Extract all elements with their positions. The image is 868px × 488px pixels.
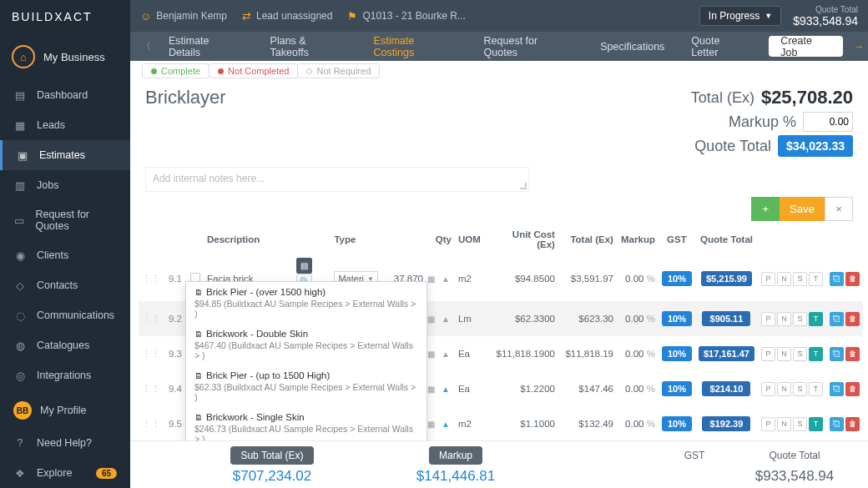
sidebar-item-estimates[interactable]: ▣Estimates (0, 140, 130, 170)
takeoff-icon[interactable]: ▲ (440, 273, 452, 284)
uom-value[interactable]: m2 (455, 256, 492, 301)
autocomplete-option[interactable]: 🗎Brick Pier - (over 1500 high)$94.85 (Bu… (186, 282, 426, 324)
sidebar-item-help[interactable]: ? Need Help? (0, 428, 130, 458)
flag-t[interactable]: T (809, 272, 823, 286)
gst-pill[interactable]: 10% (662, 311, 692, 326)
chip-complete[interactable]: Complete (142, 63, 209, 78)
tab-create-job[interactable]: Create Job (769, 36, 843, 57)
topbar-lead[interactable]: ⇄Lead unassigned (242, 10, 332, 23)
flag-s[interactable]: S (793, 382, 807, 396)
copy-icon[interactable]: ⿻ (830, 347, 844, 361)
gst-pill[interactable]: 10% (662, 271, 692, 286)
takeoff-icon[interactable]: ▲ (440, 418, 452, 430)
sidebar-item-catalogues[interactable]: ◍Catalogues (0, 330, 130, 360)
flag-n[interactable]: N (777, 417, 791, 431)
unit-cost-value[interactable]: $1.2200 (492, 371, 558, 406)
sidebar-item-leads[interactable]: ▦Leads (0, 110, 130, 140)
sidebar-item-integrations[interactable]: ◎Integrations (0, 360, 130, 390)
markup-value[interactable]: 0.00 (625, 314, 643, 324)
internal-notes[interactable]: Add internal notes here... (145, 167, 529, 192)
drag-handle[interactable]: ⋮⋮ (139, 301, 164, 336)
flag-p[interactable]: P (761, 312, 775, 326)
gst-pill[interactable]: 10% (662, 346, 692, 361)
flag-p[interactable]: P (761, 382, 775, 396)
chip-not-completed[interactable]: Not Completed (209, 63, 298, 78)
autocomplete-option[interactable]: 🗎Brick Pier - (up to 1500 High)$62.33 (B… (186, 365, 426, 407)
copy-icon[interactable]: ⿻ (830, 382, 844, 396)
flag-n[interactable]: N (777, 347, 791, 361)
drag-handle[interactable]: ⋮⋮ (139, 371, 164, 406)
takeoff-icon[interactable]: ▲ (440, 383, 452, 395)
calc-icon[interactable]: ▦ (426, 383, 437, 395)
gst-pill[interactable]: 10% (662, 381, 692, 396)
flag-p[interactable]: P (761, 347, 775, 361)
calc-icon[interactable]: ▦ (426, 273, 437, 284)
sidebar-item-contacts[interactable]: ◇Contacts (0, 270, 130, 300)
sidebar-item-dashboard[interactable]: ▤Dashboard (0, 80, 130, 110)
flag-p[interactable]: P (761, 272, 775, 286)
takeoff-icon[interactable]: ▲ (440, 313, 452, 324)
flag-t[interactable]: T (809, 312, 823, 326)
copy-icon[interactable]: ⿻ (830, 272, 844, 286)
flag-s[interactable]: S (793, 417, 807, 431)
tab-specifications[interactable]: Specifications (587, 32, 678, 61)
calc-icon[interactable]: ▦ (426, 348, 437, 360)
flag-s[interactable]: S (793, 347, 807, 361)
sidebar-item-jobs[interactable]: ▥Jobs (0, 170, 130, 200)
my-business[interactable]: ⌂ My Business (0, 33, 130, 80)
markup-value[interactable]: 0.00 (625, 274, 643, 284)
flag-t[interactable]: T (809, 417, 823, 431)
copy-icon[interactable]: ⿻ (830, 312, 844, 326)
save-button[interactable]: Save (780, 197, 825, 221)
calc-icon[interactable]: ▦ (426, 313, 437, 324)
flag-s[interactable]: S (793, 312, 807, 326)
tab-scroll-left[interactable]: 〈 (137, 32, 155, 61)
sidebar-item-profile[interactable]: BB My Profile (0, 393, 130, 428)
flag-n[interactable]: N (777, 382, 791, 396)
flag-s[interactable]: S (793, 272, 807, 286)
tab-plans-takeoffs[interactable]: Plans & Takeoffs (257, 32, 361, 61)
flag-p[interactable]: P (761, 417, 775, 431)
sidebar-item-request-for-quotes[interactable]: ▭Request for Quotes (0, 200, 130, 240)
gst-pill[interactable]: 10% (662, 416, 692, 431)
topbar-user[interactable]: ☺Benjamin Kemp (140, 10, 227, 23)
tab-quote-letter[interactable]: Quote Letter (678, 32, 762, 61)
recipe-icon[interactable]: ▤ (296, 258, 312, 274)
markup-value[interactable]: 0.00 (625, 384, 643, 394)
unit-cost-value[interactable]: $62.3300 (492, 301, 558, 336)
markup-value[interactable]: 0.00 (625, 419, 643, 429)
status-dropdown[interactable]: In Progress▼ (699, 6, 781, 26)
uom-value[interactable]: m2 (455, 406, 492, 440)
drag-handle[interactable]: ⋮⋮ (139, 406, 164, 440)
copy-icon[interactable]: ⿻ (830, 417, 844, 431)
delete-icon[interactable]: 🗑 (845, 272, 860, 286)
drag-handle[interactable]: ⋮⋮ (139, 336, 164, 371)
close-button[interactable]: × (825, 197, 853, 221)
flag-n[interactable]: N (777, 312, 791, 326)
tab-scroll-right[interactable]: → (850, 32, 868, 61)
delete-icon[interactable]: 🗑 (845, 347, 860, 361)
tab-request-for-quotes[interactable]: Request for Quotes (471, 32, 588, 61)
sidebar-item-clients[interactable]: ◉Clients (0, 240, 130, 270)
tab-estimate-costings[interactable]: Estimate Costings (361, 32, 471, 61)
markup-value[interactable]: 0.00 (625, 349, 643, 359)
flag-t[interactable]: T (809, 382, 823, 396)
uom-value[interactable]: Lm (455, 301, 492, 336)
flag-t[interactable]: T (809, 347, 823, 361)
drag-handle[interactable]: ⋮⋮ (139, 256, 164, 301)
calc-icon[interactable]: ▦ (426, 418, 437, 430)
delete-icon[interactable]: 🗑 (845, 382, 860, 396)
uom-value[interactable]: Ea (455, 336, 492, 371)
chip-not-required[interactable]: Not Required (297, 63, 380, 78)
unit-cost-value[interactable]: $94.8500 (492, 256, 558, 301)
delete-icon[interactable]: 🗑 (845, 312, 860, 326)
tab-estimate-details[interactable]: Estimate Details (155, 32, 257, 61)
delete-icon[interactable]: 🗑 (845, 417, 860, 431)
unit-cost-value[interactable]: $11,818.1900 (492, 336, 558, 371)
sidebar-item-explore[interactable]: ❖ Explore 65 (0, 458, 130, 488)
takeoff-icon[interactable]: ▲ (440, 348, 452, 360)
sidebar-item-communications[interactable]: ◌Communications (0, 300, 130, 330)
uom-value[interactable]: Ea (455, 371, 492, 406)
markup-input[interactable] (803, 112, 853, 132)
unit-cost-value[interactable]: $1.1000 (492, 406, 558, 440)
